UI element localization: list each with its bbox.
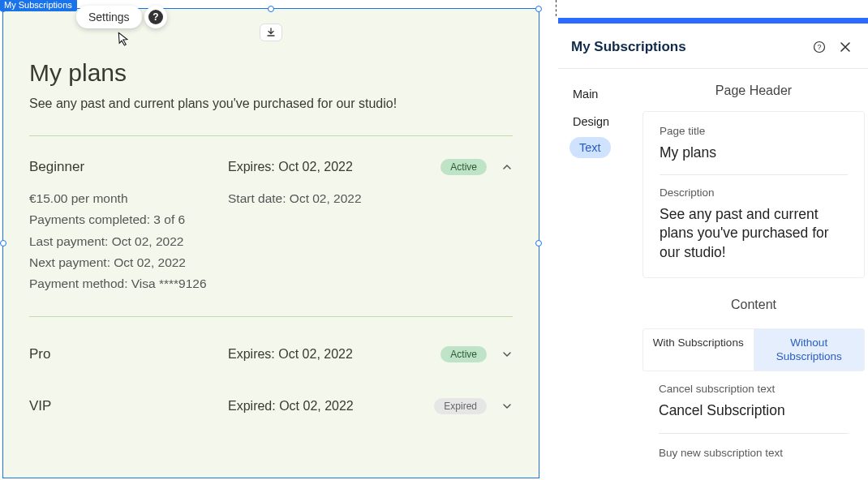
field-value-page-title[interactable]: My plans: [660, 144, 848, 163]
nav-item-text[interactable]: Text: [569, 137, 611, 158]
plan-row[interactable]: Beginner Expires: Oct 02, 2022 Active: [29, 148, 513, 186]
tab-without-subscriptions[interactable]: Without Subscriptions: [754, 328, 866, 371]
plan-name: VIP: [29, 398, 228, 414]
section-header-page-header: Page Header: [642, 69, 865, 111]
field-value-cancel-text[interactable]: Cancel Subscription: [659, 401, 849, 421]
resize-handle[interactable]: [535, 240, 542, 246]
svg-text:?: ?: [817, 43, 821, 51]
field-label-cancel-text: Cancel subscription text: [659, 383, 849, 395]
help-icon: ?: [813, 41, 826, 54]
divider: [29, 316, 513, 317]
sidepanel-header: My Subscriptions ?: [558, 26, 868, 69]
nav-item-design[interactable]: Design: [569, 109, 636, 134]
plan-details: €15.00 per month Payments completed: 3 o…: [29, 188, 513, 295]
page-description: See any past and current plans you've pu…: [29, 96, 513, 111]
field-label-page-title: Page title: [660, 125, 848, 137]
status-badge: Expired: [434, 398, 487, 414]
close-button[interactable]: [836, 37, 855, 57]
plan-row[interactable]: Pro Expires: Oct 02, 2022 Active: [29, 328, 513, 380]
status-badge: Active: [440, 346, 487, 362]
settings-sidepanel: My Subscriptions ? Main Design Text Page…: [558, 26, 868, 480]
resize-handle[interactable]: [268, 6, 274, 12]
tab-with-subscriptions[interactable]: With Subscriptions: [642, 328, 754, 371]
divider: [29, 135, 513, 136]
resize-handle[interactable]: [0, 240, 6, 246]
field-label-description: Description: [660, 186, 848, 199]
plan-expiry: Expires: Oct 02, 2022: [228, 347, 440, 362]
chevron-up-icon[interactable]: [501, 161, 513, 173]
selected-element-tag: My Subscriptions: [0, 0, 77, 11]
plan-detail-line: Start date: Oct 02, 2022: [228, 188, 362, 209]
sidepanel-nav: Main Design Text: [558, 69, 642, 480]
sidepanel-content: Page Header Page title My plans Descript…: [642, 69, 868, 480]
plan-detail-line: €15.00 per month: [29, 188, 228, 209]
plan-detail-line: Next payment: Oct 02, 2022: [29, 252, 228, 273]
plan-detail-line: Last payment: Oct 02, 2022: [29, 231, 228, 252]
field-label-buy-text: Buy new subscription text: [659, 447, 849, 459]
cursor-icon: [116, 31, 131, 50]
help-button[interactable]: ?: [810, 37, 829, 57]
plan-row[interactable]: VIP Expired: Oct 02, 2022 Expired: [29, 380, 513, 432]
help-icon: ?: [148, 10, 163, 24]
status-badge: Active: [440, 159, 487, 175]
plan-detail-line: Payment method: Visa ****9126: [29, 273, 228, 294]
chevron-down-icon[interactable]: [501, 349, 513, 360]
resize-handle[interactable]: [535, 6, 542, 12]
plan-expiry: Expires: Oct 02, 2022: [228, 160, 440, 174]
section-header-content: Content: [642, 283, 865, 325]
sidepanel-title: My Subscriptions: [571, 39, 803, 55]
page-boundary-marker: [556, 0, 559, 16]
panel-topbar: [558, 18, 868, 24]
page-title: My plans: [29, 59, 513, 87]
download-button[interactable]: [260, 24, 282, 41]
download-icon: [266, 28, 276, 37]
nav-item-main[interactable]: Main: [569, 82, 636, 106]
page-header-card: Page title My plans Description See any …: [642, 111, 865, 278]
content-tabs: With Subscriptions Without Subscriptions: [642, 328, 865, 371]
preview-canvas[interactable]: Settings ? My plans See any past and cur…: [2, 8, 539, 478]
open-settings-button[interactable]: Settings: [76, 6, 142, 28]
chevron-down-icon[interactable]: [501, 401, 513, 412]
plan-expiry: Expired: Oct 02, 2022: [228, 399, 434, 414]
help-button[interactable]: ?: [144, 6, 167, 28]
plan-detail-line: Payments completed: 3 of 6: [29, 209, 228, 230]
plan-name: Beginner: [29, 159, 228, 175]
content-card: Cancel subscription text Cancel Subscrip…: [642, 383, 865, 460]
close-icon: [840, 41, 851, 53]
plan-name: Pro: [29, 346, 228, 362]
divider: [659, 433, 849, 434]
field-value-description[interactable]: See any past and current plans you've pu…: [660, 205, 848, 263]
divider: [660, 174, 848, 175]
